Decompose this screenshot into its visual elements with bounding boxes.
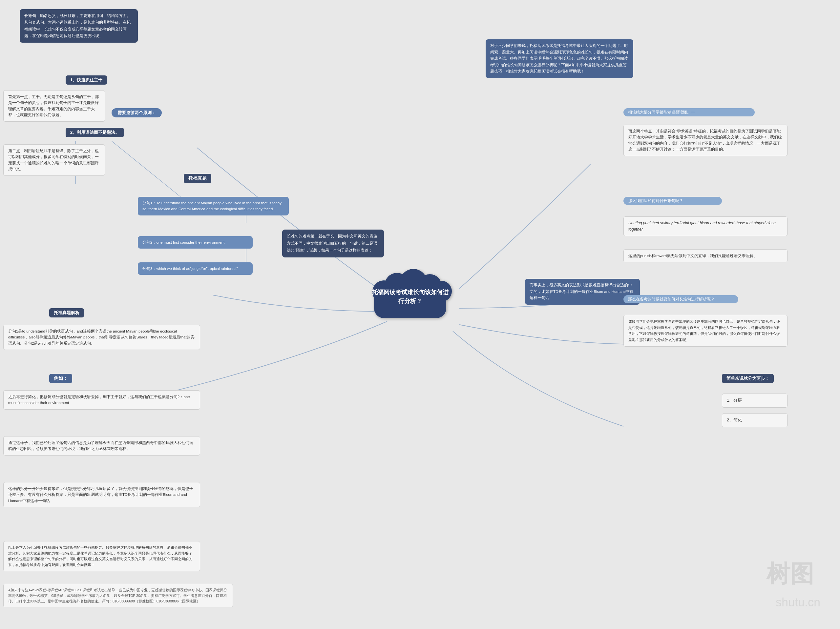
simple-steps-label: 简单来说就分为两步： bbox=[722, 374, 774, 383]
intro-long-sentence-card: 长难句，顾名思义，既长且难，主要难在用词、结构等方面。从句套从句、大词小词轮番上… bbox=[20, 9, 138, 43]
example-text4: 以上是本人为小编关于托福阅读考试难长句的一些解题指导。只要掌握这样步骤理解每句话… bbox=[3, 541, 200, 571]
watermark-text: 树图 bbox=[766, 558, 814, 590]
mind-map-container: 长难句，顾名思义，既长且难，主要难在用词、结构等方面。从句套从句、大词小词轮番上… bbox=[0, 0, 840, 629]
example-text1: 之后再进行简化，把修饰成分也就是定语和状语去掉，剩下主干就好，这与我们的主干也就… bbox=[3, 390, 200, 410]
rule1-label: 1、快速抓住主干 bbox=[66, 76, 107, 85]
central-cloud-node: 托福阅读考试难长句该如何进行分析？ bbox=[361, 269, 459, 325]
central-title: 托福阅读考试难长句该如何进行分析？ bbox=[372, 289, 448, 304]
toefl-fen3-card: 分句3：which we think of as"jungle"or"tropi… bbox=[138, 262, 253, 275]
rule2-desc-card: 第二点，利用语法绝非不是翻译。除了主干之外，也可以利用其他成分，很多同学在特别的… bbox=[3, 144, 105, 176]
step-label: 那么在备考的时候就要如何对长难句进行解析呢？ bbox=[624, 295, 738, 303]
rule1-desc-card: 首先第一点，主干。无论是主句还是从句的主干，都是一个句子的灵心，快速找到句子的主… bbox=[3, 90, 105, 122]
nme-label: 那么我们应如何对付长难句呢？ bbox=[624, 197, 722, 205]
principle-label: 需要遵循两个原则： bbox=[112, 108, 162, 117]
fact-label-card: 而事实上，很多英文的表达形式是很难直接翻译出合适的中文的，比如在TD备考计划的一… bbox=[525, 279, 640, 305]
punish-desc-card: 这里的punish和reward就无法做到中文的直译，我们只能通过语义来理解。 bbox=[624, 249, 788, 262]
toefl-analysis-desc: 分句1是to understand引导的状语从句，and连接两个宾语the an… bbox=[3, 325, 200, 350]
step1-card: 1、分层 bbox=[722, 394, 788, 408]
toefl-zhenti-label: 托福真题 bbox=[184, 174, 211, 183]
toefl-analysis-label: 托福真题解析 bbox=[49, 308, 84, 317]
example-text2: 通过这样子，我们已经处理了这句话的信息是为了理解今天而在墨西哥南部和墨西哥中部的… bbox=[3, 436, 200, 456]
example-text5-footer: A加未来专注A-level课程/标课程/AP课程/IGCSE课程和考试动出辅导，… bbox=[3, 584, 233, 607]
svg-line-1 bbox=[112, 141, 180, 197]
toefl-fen2-card: 分句2：one must first consider their enviro… bbox=[138, 236, 253, 249]
step2-card: 2、简化 bbox=[722, 413, 788, 427]
xin-label: 相信绝大部分同学都能够轻易读懂。一 bbox=[624, 108, 755, 117]
toefl-fen1-card: 分句1：To understand the ancient Mayan peop… bbox=[138, 197, 289, 216]
example-label: 例如： bbox=[49, 374, 72, 383]
rule2-label: 2、利用语法而不是翻法。 bbox=[66, 128, 124, 137]
right-intro-card: 对于不少同学们来说，托福阅读考试是托福考试中最让人头疼的一个问题了。时间紧、题量… bbox=[486, 39, 633, 78]
watermark-url: shutu.cn bbox=[776, 596, 820, 609]
step-right-desc-card: 成绩同学们会把握掌握学单词中出现的阅读题单部分的同时也自己，是单独规范性定语从句… bbox=[624, 315, 788, 347]
example-text3: 这样的拆分一开始会显得繁琐，但是慢慢拆分练习几遍后多了，就会慢慢找到阅读长难句的… bbox=[3, 482, 200, 507]
difficulty-label-card: 长难句的难点第一就在于长，因为中文和英文的表达方式不同，中文很难说出四五行的一句… bbox=[282, 230, 384, 257]
xin-desc-card: 而这两个特点，其实是符合"学术英语"特征的，托福考试的目的是为了测试同学们是否能… bbox=[624, 125, 788, 156]
hunting-text-card: Hunting punished solitary territorial gi… bbox=[624, 216, 788, 236]
